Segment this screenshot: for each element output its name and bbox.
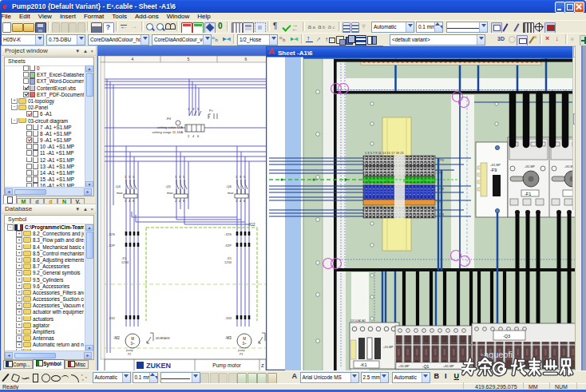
svg-text:setting range 11-16A: setting range 11-16A	[152, 130, 183, 134]
svg-text:13 14 A1 A2: 13 14 A1 A2	[350, 319, 366, 323]
svg-text:6: 6	[403, 180, 405, 183]
svg-text:6: 6	[245, 57, 247, 61]
svg-text:P>: P>	[209, 109, 214, 113]
svg-text:1 3 5 7 9 11 13 15 17 19 21: 1 3 5 7 9 11 13 15 17 19 21	[365, 151, 404, 155]
svg-text:M: M	[243, 337, 246, 341]
svg-text:Pump motor: Pump motor	[212, 362, 241, 369]
svg-text:4: 4	[132, 57, 134, 61]
svg-text:max: max	[228, 191, 234, 195]
svg-text:Sheet -A1\6: Sheet -A1\6	[278, 49, 313, 57]
svg-text:6: 6	[368, 180, 370, 183]
svg-text:-X2P: -X2P	[108, 244, 115, 247]
svg-text:-X33: -X33	[225, 316, 232, 320]
svg-text:P2: P2	[128, 353, 131, 356]
svg-text:-M1/BRAKE: -M1/BRAKE	[155, 337, 171, 340]
svg-text:-Q6: -Q6	[226, 184, 232, 188]
svg-text:-X12: -X12	[247, 223, 255, 227]
svg-text:-K1: -K1	[360, 362, 367, 367]
svg-text:ZUKEN: ZUKEN	[146, 362, 171, 370]
svg-text:setting value 12A: setting value 12A	[157, 125, 183, 129]
svg-text:-X2P: -X2P	[224, 244, 232, 247]
svg-text:+S1.MP: +S1.MP	[490, 164, 501, 167]
svg-text:max: max	[167, 191, 173, 195]
svg-text:16: 16	[386, 180, 389, 183]
svg-text:-F4: -F4	[166, 117, 172, 121]
svg-text:-Q3: -Q3	[503, 334, 510, 339]
svg-text:-X32: -X32	[109, 316, 116, 320]
svg-text:-M2: -M2	[113, 336, 120, 340]
svg-text:max: max	[117, 191, 123, 195]
svg-text:pump: pump	[126, 349, 133, 352]
svg-text:-X2S: -X2S	[224, 232, 232, 236]
svg-text:-Q1: -Q1	[422, 364, 430, 369]
svg-text:-M3: -M3	[225, 336, 232, 340]
svg-text:+S1.MP: +S1.MP	[383, 346, 394, 349]
svg-text:-Q5: -Q5	[165, 184, 171, 188]
svg-text:5: 5	[188, 57, 190, 61]
svg-text:1234: 1234	[121, 260, 129, 264]
svg-text:3~: 3~	[242, 342, 247, 346]
svg-text:-F1: -F1	[525, 192, 531, 196]
svg-text:1234: 1234	[224, 260, 232, 264]
svg-text:+S1.MP: +S1.MP	[398, 365, 410, 368]
svg-text:-Q4: -Q4	[115, 184, 121, 188]
svg-text:16: 16	[422, 180, 426, 183]
svg-text:+S1.MP: +S1.MP	[443, 365, 454, 368]
svg-text:-X2S: -X2S	[108, 232, 115, 236]
svg-text:M: M	[131, 337, 134, 341]
svg-text:+S1.MP: +S1.MP	[525, 165, 535, 168]
svg-text:Z: Z	[261, 363, 264, 368]
svg-text:P3: P3	[240, 353, 243, 356]
svg-text:pump: pump	[238, 349, 245, 352]
svg-text:-F9: -F9	[490, 168, 497, 172]
svg-text:3~: 3~	[130, 342, 135, 346]
